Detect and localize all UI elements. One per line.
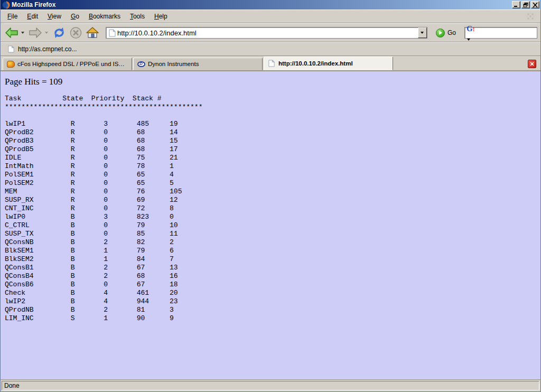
table-row: C_CTRL B 0 79 10 <box>5 221 536 230</box>
page-hits-text: Page Hits = 109 <box>5 77 536 87</box>
table-row: MEM R 0 76 105 <box>5 188 536 196</box>
tab-label: cFos Highspeed DSL / PPPoE und ISDN CAP.… <box>17 61 128 67</box>
search-bar: G! <box>464 27 537 39</box>
task-table: Task State Priority Stack #*************… <box>5 95 536 323</box>
title-bar: Mozilla Firefox <box>1 0 540 10</box>
address-bar <box>106 27 427 39</box>
table-row: QProdB2 R 0 68 14 <box>5 128 536 137</box>
close-tab-button[interactable]: ✕ <box>528 60 536 68</box>
table-row: QConsB6 B 0 67 18 <box>5 281 536 289</box>
table-row: BlkSEM1 B 1 79 6 <box>5 247 536 255</box>
bookmarks-toolbar: http://as.cmpnet.co... <box>1 42 540 56</box>
stop-button[interactable] <box>68 25 83 40</box>
table-row: QProdNB B 2 81 3 <box>5 306 536 314</box>
dynon-icon: D <box>137 60 145 68</box>
table-row: lwIP2 B 4 944 23 <box>5 297 536 306</box>
forward-dropdown-icon[interactable] <box>45 32 48 34</box>
table-blank-line <box>5 111 536 120</box>
table-separator: ****************************************… <box>5 103 536 111</box>
throbber-icon <box>526 12 535 21</box>
window-title: Mozilla Firefox <box>12 0 512 10</box>
reload-button[interactable] <box>51 25 67 40</box>
forward-button[interactable] <box>27 25 43 40</box>
home-button[interactable] <box>85 25 100 40</box>
menu-bookmarks[interactable]: Bookmarks <box>84 11 125 22</box>
google-icon[interactable]: G! <box>467 25 474 41</box>
restore-button[interactable] <box>521 1 530 8</box>
table-header: Task State Priority Stack # <box>5 95 536 103</box>
menu-help[interactable]: Help <box>150 11 172 22</box>
status-bar: Done <box>1 379 540 391</box>
back-button[interactable] <box>4 25 20 40</box>
menu-file[interactable]: File <box>3 11 22 22</box>
status-text: Done <box>2 381 539 390</box>
page-icon <box>267 59 276 68</box>
close-button[interactable] <box>531 1 539 8</box>
menu-go[interactable]: Go <box>66 11 84 22</box>
tab-dynon[interactable]: D Dynon Instruments <box>133 58 263 70</box>
go-label: Go <box>447 29 456 36</box>
search-input[interactable] <box>475 29 541 37</box>
table-row: IntMath R 0 78 1 <box>5 162 536 171</box>
back-dropdown-icon[interactable] <box>21 32 24 34</box>
go-icon <box>436 29 445 38</box>
cfos-icon <box>6 60 15 68</box>
address-dropdown-button[interactable] <box>418 27 427 38</box>
browser-window: Mozilla Firefox File Edit <box>0 0 541 392</box>
page-content: Page Hits = 109 Task State Priority Stac… <box>1 71 540 379</box>
table-row: QProdB3 R 0 68 15 <box>5 137 536 145</box>
table-row: QProdB5 R 0 68 17 <box>5 145 536 154</box>
tab-label: Dynon Instruments <box>148 61 199 67</box>
table-row: SUSP_RX R 0 69 12 <box>5 196 536 204</box>
table-row: PolSEM1 R 0 65 4 <box>5 171 536 179</box>
go-button[interactable]: Go <box>433 28 459 38</box>
table-row: QConsB1 B 2 67 13 <box>5 264 536 272</box>
table-row: lwIP1 R 3 485 19 <box>5 120 536 128</box>
table-row: CNT_INC R 0 72 8 <box>5 204 536 213</box>
menu-tools[interactable]: Tools <box>125 11 150 22</box>
menu-bar: File Edit View Go Bookmarks Tools Help <box>1 10 540 23</box>
menu-view[interactable]: View <box>43 11 66 22</box>
minimize-button[interactable] <box>512 1 520 8</box>
page-icon <box>108 29 116 37</box>
table-row: QConsNB B 2 82 2 <box>5 238 536 247</box>
firefox-icon <box>2 1 10 9</box>
table-row: PolSEM2 R 0 65 5 <box>5 179 536 188</box>
page-icon <box>7 45 15 53</box>
tab-bar: cFos Highspeed DSL / PPPoE und ISDN CAP.… <box>1 56 540 71</box>
table-row: Check B 4 461 20 <box>5 289 536 297</box>
bookmark-label: http://as.cmpnet.co... <box>18 45 77 53</box>
table-row: LIM_INC S 1 90 9 <box>5 314 536 323</box>
table-row: SUSP_TX B 0 85 11 <box>5 230 536 238</box>
table-row: lwIP0 B 3 823 0 <box>5 213 536 221</box>
navigation-toolbar: Go G! <box>1 23 540 42</box>
table-row: QConsB4 B 2 68 16 <box>5 272 536 281</box>
table-row: BlkSEM2 B 1 84 7 <box>5 255 536 264</box>
bookmark-item[interactable]: http://as.cmpnet.co... <box>4 44 80 54</box>
tab-index-html[interactable]: http://10.0.10.2/index.html <box>264 57 393 70</box>
address-input[interactable] <box>116 29 418 37</box>
menu-edit[interactable]: Edit <box>22 11 43 22</box>
tab-cfos[interactable]: cFos Highspeed DSL / PPPoE und ISDN CAP.… <box>3 58 132 70</box>
tab-label: http://10.0.10.2/index.html <box>278 60 353 67</box>
table-row: IDLE R 0 75 21 <box>5 154 536 162</box>
